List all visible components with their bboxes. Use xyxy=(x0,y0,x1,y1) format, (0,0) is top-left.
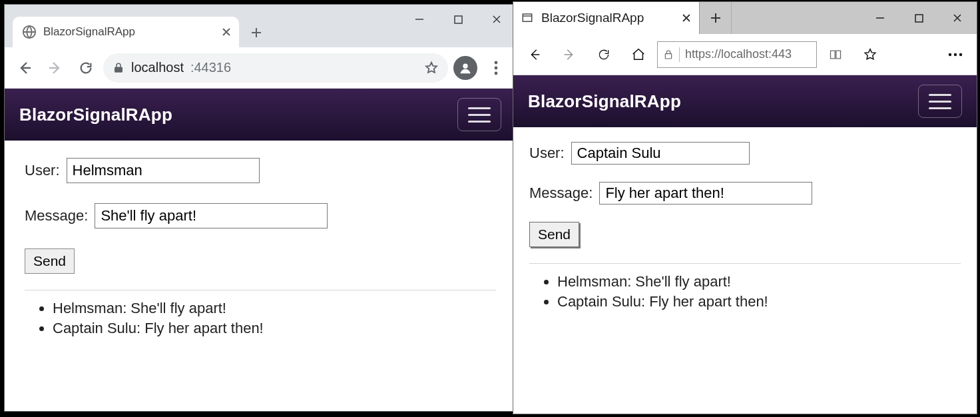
svg-point-9 xyxy=(949,53,951,55)
list-item: Helmsman: She'll fly apart! xyxy=(53,300,496,317)
chrome-tab[interactable]: BlazorSignalRApp xyxy=(13,17,239,47)
window-controls xyxy=(861,2,977,34)
message-list: Helmsman: She'll fly apart! Captain Sulu… xyxy=(41,300,496,337)
maximize-button[interactable] xyxy=(899,2,938,34)
divider xyxy=(25,290,496,290)
lock-icon xyxy=(663,49,674,60)
maximize-button[interactable] xyxy=(439,5,477,34)
svg-rect-6 xyxy=(523,14,532,21)
minimize-button[interactable] xyxy=(400,5,439,34)
star-icon[interactable] xyxy=(854,40,886,69)
home-button[interactable] xyxy=(622,40,654,69)
reload-button[interactable] xyxy=(588,40,620,69)
svg-point-11 xyxy=(959,53,962,55)
close-icon[interactable] xyxy=(222,27,231,37)
chrome-tabstrip: BlazorSignalRApp xyxy=(5,5,516,47)
message-input[interactable] xyxy=(599,182,812,205)
more-menu-icon[interactable] xyxy=(939,40,971,69)
app-navbar: BlazorSignalRApp xyxy=(513,75,977,127)
tab-title: BlazorSignalRApp xyxy=(43,25,135,39)
svg-point-2 xyxy=(463,63,467,68)
close-window-button[interactable] xyxy=(477,5,516,34)
message-label: Message: xyxy=(25,207,88,224)
list-item: Helmsman: She'll fly apart! xyxy=(557,273,961,290)
page-content: User: Message: Send Helmsman: She'll fly… xyxy=(5,141,516,346)
url-port: :44316 xyxy=(190,60,231,75)
svg-point-10 xyxy=(954,53,957,55)
list-item: Captain Sulu: Fly her apart then! xyxy=(557,293,961,310)
message-label: Message: xyxy=(529,185,593,202)
close-icon[interactable] xyxy=(682,13,691,23)
back-button[interactable] xyxy=(519,40,551,69)
lock-icon xyxy=(113,62,124,74)
navbar-toggle[interactable] xyxy=(918,85,962,118)
svg-rect-7 xyxy=(915,15,923,22)
new-tab-button[interactable] xyxy=(244,21,268,45)
new-tab-button[interactable] xyxy=(700,2,732,34)
user-label: User: xyxy=(529,145,565,162)
svg-point-5 xyxy=(495,71,498,75)
divider xyxy=(679,47,680,62)
hamburger-icon xyxy=(929,101,951,103)
avatar-icon xyxy=(453,56,477,80)
page-content: User: Message: Send Helmsman: She'll fly… xyxy=(513,127,977,320)
edge-tabstrip: BlazorSignalRApp xyxy=(513,2,977,34)
chrome-window: BlazorSignalRApp xyxy=(4,4,517,412)
reload-button[interactable] xyxy=(73,55,99,81)
forward-button[interactable] xyxy=(553,40,585,69)
star-icon[interactable] xyxy=(424,61,439,75)
minimize-button[interactable] xyxy=(861,2,899,34)
app-navbar: BlazorSignalRApp xyxy=(5,89,516,141)
message-input[interactable] xyxy=(95,203,328,228)
divider xyxy=(529,263,961,264)
edge-tab[interactable]: BlazorSignalRApp xyxy=(513,2,700,34)
navbar-brand[interactable]: BlazorSignalRApp xyxy=(19,105,172,125)
navbar-brand[interactable]: BlazorSignalRApp xyxy=(528,91,681,112)
svg-rect-1 xyxy=(455,16,462,23)
globe-icon xyxy=(22,25,37,39)
address-bar[interactable]: localhost:44316 xyxy=(103,53,448,83)
kebab-menu-icon[interactable] xyxy=(483,55,509,81)
profile-button[interactable] xyxy=(452,55,479,81)
url-text: https://localhost:443 xyxy=(685,47,792,61)
forward-button[interactable] xyxy=(42,55,69,81)
window-controls xyxy=(400,5,516,34)
user-input[interactable] xyxy=(571,142,750,165)
close-window-button[interactable] xyxy=(938,2,977,34)
svg-point-3 xyxy=(495,61,498,64)
list-item: Captain Sulu: Fly her apart then! xyxy=(53,320,496,337)
svg-rect-8 xyxy=(665,53,671,58)
back-button[interactable] xyxy=(11,55,38,81)
chrome-toolbar: localhost:44316 xyxy=(5,47,516,89)
send-button[interactable]: Send xyxy=(529,222,579,247)
svg-point-4 xyxy=(495,66,498,69)
user-label: User: xyxy=(25,162,60,179)
message-list: Helmsman: She'll fly apart! Captain Sulu… xyxy=(545,273,961,310)
send-button[interactable]: Send xyxy=(25,248,75,274)
user-input[interactable] xyxy=(67,158,260,183)
hamburger-icon xyxy=(468,114,491,116)
edge-window: BlazorSignalRApp xyxy=(513,1,977,414)
page-icon xyxy=(521,12,533,24)
edge-toolbar: https://localhost:443 xyxy=(513,34,977,75)
address-bar[interactable]: https://localhost:443 xyxy=(657,41,817,68)
url-host: localhost xyxy=(131,60,184,75)
reading-view-icon[interactable] xyxy=(820,40,852,69)
tab-title: BlazorSignalRApp xyxy=(541,11,644,25)
navbar-toggle[interactable] xyxy=(457,98,501,131)
